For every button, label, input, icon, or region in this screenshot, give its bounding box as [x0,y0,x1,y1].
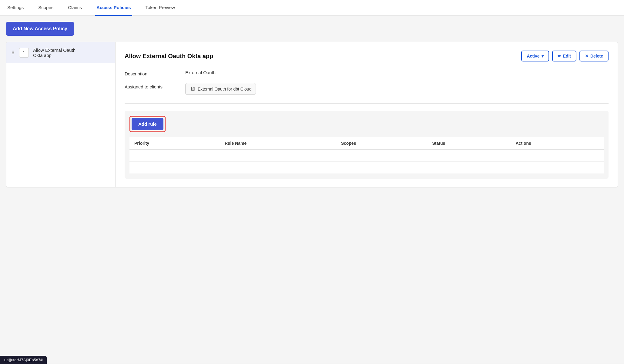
client-tag: 🖥 External Oauth for dbt Cloud [185,83,256,95]
description-value: External Oauth [185,70,216,75]
tab-token-preview[interactable]: Token Preview [144,0,176,16]
rules-table: Priority Rule Name Scopes Status Actions [129,137,604,174]
col-rule-name: Rule Name [220,137,336,150]
detail-header: Allow External Oauth Okta app Active ▾ ✏… [125,51,609,61]
active-label: Active [527,54,539,58]
empty-row-2 [129,162,604,174]
empty-row-1 [129,150,604,162]
rules-section: Add rule Priority Rule Name Scopes Statu… [125,111,609,179]
top-navigation: Settings Scopes Claims Access Policies T… [0,0,624,16]
edit-button[interactable]: ✏ Edit [552,51,576,61]
rules-table-head: Priority Rule Name Scopes Status Actions [129,137,604,150]
edit-pencil-icon: ✏ [558,54,561,58]
page-content: Add New Access Policy ⠿ 1 Allow External… [0,16,624,364]
description-field-row: Description External Oauth [125,70,609,76]
tab-access-policies[interactable]: Access Policies [95,0,132,16]
edit-label: Edit [563,54,571,58]
monitor-icon: 🖥 [190,86,195,92]
detail-fields: Description External Oauth Assigned to c… [125,70,609,95]
detail-panel: Allow External Oauth Okta app Active ▾ ✏… [116,42,618,187]
sidebar: ⠿ 1 Allow External OauthOkta app [6,42,116,187]
rules-table-header-row: Priority Rule Name Scopes Status Actions [129,137,604,150]
drag-handle-icon[interactable]: ⠿ [11,50,15,56]
detail-title: Allow External Oauth Okta app [125,53,213,60]
active-status-button[interactable]: Active ▾ [521,51,549,61]
add-new-access-policy-button[interactable]: Add New Access Policy [6,22,74,36]
delete-label: Delete [590,54,603,58]
sidebar-item-label: Allow External OauthOkta app [33,48,75,58]
delete-x-icon: ✕ [585,54,589,58]
clients-value: 🖥 External Oauth for dbt Cloud [185,83,256,95]
main-layout: ⠿ 1 Allow External OauthOkta app Allow E… [6,42,618,187]
delete-button[interactable]: ✕ Delete [579,51,609,61]
clients-label: Assigned to clients [125,83,185,89]
tab-scopes[interactable]: Scopes [37,0,55,16]
col-priority: Priority [129,137,220,150]
client-name: External Oauth for dbt Cloud [198,87,251,91]
tab-claims[interactable]: Claims [67,0,83,16]
sidebar-item-policy-1[interactable]: ⠿ 1 Allow External OauthOkta app [6,42,115,63]
status-bar: usijjutarM7Aj0Ep5d7# [0,356,47,364]
description-label: Description [125,70,185,76]
add-rule-button-wrapper: Add rule [129,116,166,132]
col-actions: Actions [511,137,604,150]
clients-field-row: Assigned to clients 🖥 External Oauth for… [125,83,609,95]
col-scopes: Scopes [336,137,428,150]
col-status: Status [427,137,511,150]
item-number: 1 [19,48,29,58]
header-actions: Active ▾ ✏ Edit ✕ Delete [521,51,609,61]
tab-settings[interactable]: Settings [6,0,25,16]
active-dropdown-icon: ▾ [542,54,544,58]
add-rule-button[interactable]: Add rule [132,118,163,130]
rules-table-body [129,150,604,174]
section-divider [125,103,609,104]
